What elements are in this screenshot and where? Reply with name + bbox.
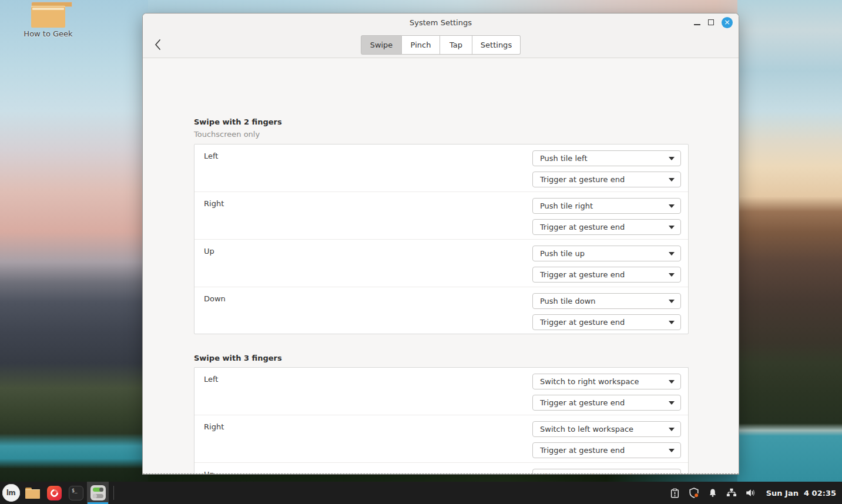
dropdown-value: Trigger at gesture end bbox=[540, 223, 669, 231]
trigger-dropdown[interactable]: Trigger at gesture end bbox=[532, 395, 681, 411]
chevron-down-icon bbox=[669, 252, 675, 256]
network-icon[interactable] bbox=[726, 488, 737, 498]
notifications-bell-icon[interactable] bbox=[707, 488, 718, 498]
chevron-down-icon bbox=[669, 273, 675, 277]
gesture-group-2-fingers: Left Push tile left Trigger at gesture e… bbox=[194, 144, 689, 334]
section-title: Swipe with 3 fingers bbox=[194, 354, 282, 362]
action-dropdown[interactable]: Switch to right workspace bbox=[532, 374, 681, 389]
window-bottom-dashed-line bbox=[143, 473, 739, 474]
direction-label: Down bbox=[204, 294, 226, 303]
trigger-dropdown[interactable]: Trigger at gesture end bbox=[532, 314, 681, 330]
dropdown-value: Trigger at gesture end bbox=[540, 446, 669, 455]
header-bar: Swipe Pinch Tap Settings bbox=[143, 31, 739, 58]
chevron-down-icon bbox=[669, 428, 675, 431]
direction-label: Up bbox=[204, 247, 214, 256]
dropdown-value: Trigger at gesture end bbox=[540, 175, 669, 184]
direction-label: Right bbox=[204, 422, 224, 431]
dropdown-value: Push tile left bbox=[540, 154, 669, 163]
volume-icon[interactable] bbox=[745, 488, 756, 498]
maximize-button[interactable] bbox=[708, 19, 714, 25]
desktop-icon-label: How to Geek bbox=[13, 29, 83, 38]
direction-label: Left bbox=[204, 152, 218, 160]
chevron-down-icon bbox=[669, 321, 675, 324]
gesture-group-3-fingers: Left Switch to right workspace Trigger a… bbox=[194, 367, 689, 475]
direction-label: Left bbox=[204, 375, 218, 384]
wallpaper-right-mountain bbox=[737, 0, 842, 504]
tab-settings[interactable]: Settings bbox=[472, 35, 521, 55]
window-title: System Settings bbox=[143, 18, 739, 27]
gesture-row-up: Up Show the workspace selector (Expo) Tr… bbox=[194, 463, 688, 475]
clipboard-alert-icon[interactable] bbox=[670, 488, 680, 498]
file-manager-button[interactable] bbox=[22, 482, 43, 504]
gesture-row-right: Right Push tile right Trigger at gesture… bbox=[194, 192, 688, 240]
terminal-button[interactable]: $_ bbox=[65, 482, 87, 504]
wallpaper-left-mountain bbox=[0, 0, 148, 504]
mint-menu-button[interactable]: lm bbox=[0, 482, 22, 504]
mint-logo-icon: lm bbox=[2, 484, 20, 502]
action-dropdown[interactable]: Push tile down bbox=[532, 293, 681, 309]
terminal-icon: $_ bbox=[69, 486, 83, 500]
taskbar-launchers: lm $_ bbox=[0, 482, 114, 504]
action-dropdown[interactable]: Push tile up bbox=[532, 246, 681, 261]
taskbar: lm $_ bbox=[0, 482, 842, 504]
minimize-button[interactable] bbox=[694, 18, 700, 26]
trigger-dropdown[interactable]: Trigger at gesture end bbox=[532, 219, 681, 235]
dropdown-value: Switch to left workspace bbox=[540, 425, 669, 434]
close-button[interactable]: × bbox=[722, 17, 733, 28]
gesture-row-left: Left Push tile left Trigger at gesture e… bbox=[194, 145, 688, 192]
desktop: How to Geek System Settings × Swipe Pinc… bbox=[0, 0, 842, 504]
settings-content: Swipe with 2 fingers Touchscreen only Le… bbox=[143, 58, 739, 475]
gesture-row-right: Right Switch to left workspace Trigger a… bbox=[194, 415, 688, 463]
chevron-down-icon bbox=[669, 449, 675, 452]
chevron-down-icon bbox=[669, 226, 675, 229]
tab-pinch[interactable]: Pinch bbox=[402, 35, 440, 55]
chevron-down-icon bbox=[669, 401, 675, 405]
dropdown-value: Trigger at gesture end bbox=[540, 318, 669, 327]
toggle-switches-icon bbox=[90, 485, 106, 500]
red-app-button[interactable] bbox=[43, 482, 65, 504]
chevron-down-icon bbox=[669, 300, 675, 303]
system-tray: Sun Jan 4 02:35 bbox=[670, 488, 842, 498]
gesture-row-down: Down Push tile down Trigger at gesture e… bbox=[194, 287, 688, 334]
trigger-dropdown[interactable]: Trigger at gesture end bbox=[532, 442, 681, 458]
action-dropdown[interactable]: Push tile right bbox=[532, 198, 681, 214]
dropdown-value: Push tile down bbox=[540, 297, 669, 305]
chevron-down-icon bbox=[669, 380, 675, 384]
chevron-down-icon bbox=[669, 204, 675, 208]
gesture-settings-task-button[interactable] bbox=[87, 482, 109, 504]
dropdown-value: Trigger at gesture end bbox=[540, 398, 669, 407]
section-subtitle: Touchscreen only bbox=[194, 130, 260, 139]
section-title: Swipe with 2 fingers bbox=[194, 117, 282, 126]
dropdown-value: Switch to right workspace bbox=[540, 377, 669, 386]
folder-icon bbox=[25, 488, 40, 499]
action-dropdown[interactable]: Switch to left workspace bbox=[532, 421, 681, 437]
dropdown-value: Push tile right bbox=[540, 201, 669, 210]
tab-swipe[interactable]: Swipe bbox=[361, 35, 402, 55]
dropdown-value: Trigger at gesture end bbox=[540, 270, 669, 279]
titlebar[interactable]: System Settings × bbox=[143, 14, 739, 31]
red-swirl-app-icon bbox=[47, 486, 62, 500]
chevron-down-icon bbox=[669, 178, 675, 182]
desktop-icon-how-to-geek[interactable]: How to Geek bbox=[13, 2, 83, 38]
back-button[interactable] bbox=[153, 39, 163, 51]
chevron-left-icon bbox=[153, 39, 163, 51]
tab-group: Swipe Pinch Tap Settings bbox=[361, 35, 521, 55]
folder-icon bbox=[31, 2, 65, 28]
action-dropdown[interactable]: Push tile left bbox=[532, 150, 681, 166]
trigger-dropdown[interactable]: Trigger at gesture end bbox=[532, 172, 681, 187]
tab-tap[interactable]: Tap bbox=[440, 35, 472, 55]
taskbar-separator bbox=[113, 486, 114, 500]
shield-update-icon[interactable] bbox=[689, 488, 699, 498]
gesture-row-up: Up Push tile up Trigger at gesture end bbox=[194, 240, 688, 287]
gesture-row-left: Left Switch to right workspace Trigger a… bbox=[194, 368, 688, 415]
dropdown-value: Push tile up bbox=[540, 249, 669, 258]
trigger-dropdown[interactable]: Trigger at gesture end bbox=[532, 267, 681, 283]
taskbar-clock[interactable]: Sun Jan 4 02:35 bbox=[766, 489, 836, 498]
direction-label: Right bbox=[204, 199, 224, 208]
chevron-down-icon bbox=[669, 157, 675, 160]
system-settings-window: System Settings × Swipe Pinch Tap Settin… bbox=[142, 13, 739, 475]
